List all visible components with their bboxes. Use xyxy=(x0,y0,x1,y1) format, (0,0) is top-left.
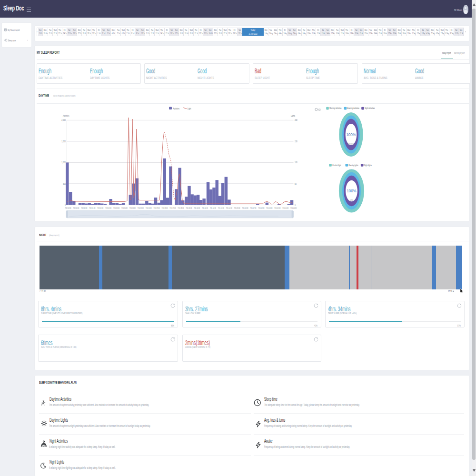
svg-text:Evening lights: Evening lights xyxy=(349,164,358,167)
svg-text:7/31 21:00: 7/31 21:00 xyxy=(282,207,288,209)
svg-text:7/30 21:00: 7/30 21:00 xyxy=(89,207,95,209)
svg-text:7/31 01:00: 7/31 01:00 xyxy=(121,207,128,209)
svg-text:1,500: 1,500 xyxy=(61,140,66,143)
svg-text:7/31 00:00: 7/31 00:00 xyxy=(113,207,119,209)
svg-text:7/31 20:00: 7/31 20:00 xyxy=(274,207,280,209)
svg-text:7/31 19:00: 7/31 19:00 xyxy=(266,207,272,209)
svg-text:Light: Light xyxy=(188,107,191,110)
svg-text:7/30 19:00: 7/30 19:00 xyxy=(73,207,79,209)
svg-text:Morning Activities: Morning Activities xyxy=(329,107,341,109)
svg-text:100: 100 xyxy=(295,161,298,164)
svg-text:7/31 16:00: 7/31 16:00 xyxy=(242,207,248,209)
svg-text:Night Activities: Night Activities xyxy=(365,107,375,109)
svg-text:activities: activities xyxy=(348,142,354,145)
svg-text:7/31 13:00: 7/31 13:00 xyxy=(218,207,224,209)
svg-text:50: 50 xyxy=(295,182,297,185)
svg-text:7/31 15:00: 7/31 15:00 xyxy=(234,207,240,209)
svg-text:Activities: Activities xyxy=(63,114,69,117)
svg-text:7/30 20:00: 7/30 20:00 xyxy=(81,207,87,209)
svg-text:7/30 22:00: 7/30 22:00 xyxy=(97,207,103,209)
svg-text:150: 150 xyxy=(295,140,298,143)
svg-text:7/31 10:00: 7/31 10:00 xyxy=(194,207,200,209)
svg-text:Comfort light: Comfort light xyxy=(332,164,341,167)
svg-text:2,000: 2,000 xyxy=(61,119,66,122)
svg-text:200: 200 xyxy=(295,119,298,122)
svg-text:7/31 06:00: 7/31 06:00 xyxy=(161,207,168,209)
svg-text:7/31 22:00: 7/31 22:00 xyxy=(290,207,297,209)
svg-text:lights: lights xyxy=(350,198,353,201)
svg-text:1,000: 1,000 xyxy=(61,161,66,164)
svg-text:7/31 08:00: 7/31 08:00 xyxy=(178,207,184,209)
svg-text:7/31 04:00: 7/31 04:00 xyxy=(146,207,152,209)
svg-text:100%: 100% xyxy=(346,133,356,137)
svg-text:7/31 07:00: 7/31 07:00 xyxy=(169,207,176,209)
svg-text:500: 500 xyxy=(63,182,66,185)
svg-text:7/31 09:00: 7/31 09:00 xyxy=(186,207,192,209)
svg-text:Activities: Activities xyxy=(173,107,180,110)
svg-text:Night lights: Night lights xyxy=(364,164,372,167)
svg-text:7/31 17:00: 7/31 17:00 xyxy=(250,207,256,209)
svg-text:7/31 14:00: 7/31 14:00 xyxy=(226,207,232,209)
svg-text:7/31 02:00: 7/31 02:00 xyxy=(129,207,136,209)
svg-text:7/31 18:00: 7/31 18:00 xyxy=(258,207,264,209)
svg-text:7/31 03:00: 7/31 03:00 xyxy=(138,207,144,209)
svg-text:7/30 18:00: 7/30 18:00 xyxy=(65,207,71,209)
svg-text:7/31 05:00: 7/31 05:00 xyxy=(154,207,160,209)
svg-text:Evening Activities: Evening Activities xyxy=(347,107,359,109)
svg-text:Lights: Lights xyxy=(291,114,296,117)
svg-text:7/31 11:00: 7/31 11:00 xyxy=(202,207,208,209)
svg-text:7/31 12:00: 7/31 12:00 xyxy=(210,207,216,209)
svg-text:7/30 23:00: 7/30 23:00 xyxy=(105,207,111,209)
svg-text:100%: 100% xyxy=(347,189,357,193)
